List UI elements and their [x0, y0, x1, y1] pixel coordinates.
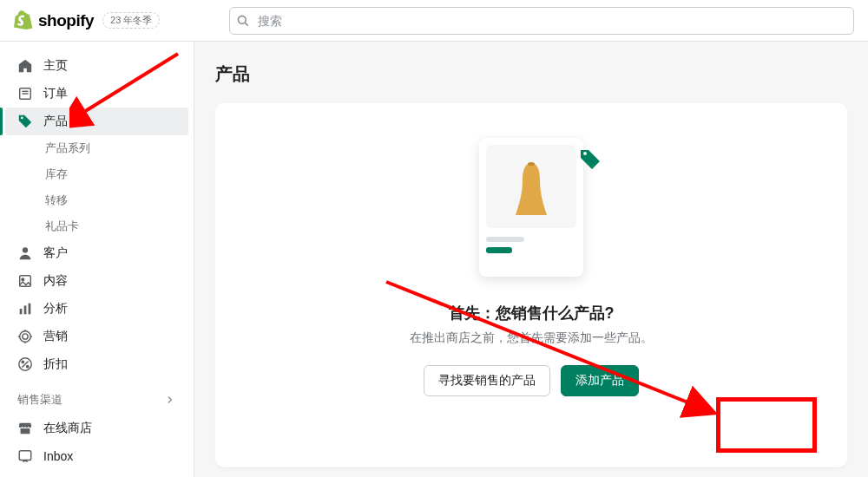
sidebar-channel-buy-button[interactable]: Buy Button [5, 470, 188, 477]
store-icon [17, 421, 33, 436]
sidebar-item-products[interactable]: 产品 [5, 108, 188, 135]
inbox-icon [17, 448, 33, 464]
analytics-icon [17, 301, 33, 317]
sidebar-sub-giftcards[interactable]: 礼品卡 [5, 213, 188, 239]
svg-point-15 [22, 361, 23, 363]
svg-rect-9 [24, 305, 27, 314]
brand-name: shopify [38, 11, 94, 30]
sidebar-item-home[interactable]: 主页 [5, 52, 188, 80]
sidebar-item-label: 产品 [43, 114, 68, 129]
person-icon [17, 245, 33, 261]
search-input[interactable] [229, 7, 854, 35]
add-product-button[interactable]: 添加产品 [561, 365, 639, 396]
season-pill: 23 年冬季 [102, 12, 160, 29]
sidebar-item-label: 主页 [43, 58, 68, 74]
search-wrap [229, 7, 854, 35]
sidebar-sub-transfers[interactable]: 转移 [5, 187, 188, 213]
empty-state-heading: 首先：您销售什么产品? [250, 303, 812, 323]
price-tag-icon [579, 148, 602, 171]
content-icon [17, 273, 33, 289]
sidebar-item-orders[interactable]: 订单 [5, 80, 188, 108]
sidebar: 主页 订单 产品 产品系列 库存 转移 礼品卡 客户 [0, 42, 194, 477]
home-icon [17, 58, 33, 74]
sidebar-channel-online-store[interactable]: 在线商店 [5, 415, 188, 442]
sidebar-item-content[interactable]: 内容 [5, 267, 188, 295]
svg-line-1 [245, 23, 247, 25]
empty-state-subtext: 在推出商店之前，您首先需要添加一些产品。 [250, 330, 812, 346]
svg-point-12 [23, 334, 28, 339]
svg-point-20 [528, 162, 535, 166]
svg-point-7 [22, 278, 24, 281]
sidebar-item-label: Inbox [43, 449, 73, 463]
page-title: 产品 [215, 62, 847, 86]
sidebar-item-label: 分析 [43, 301, 68, 317]
sidebar-sub-collections[interactable]: 产品系列 [5, 135, 188, 161]
sidebar-item-label: 客户 [43, 245, 68, 261]
svg-point-16 [27, 366, 29, 368]
orders-icon [17, 86, 33, 101]
empty-state-illustration [466, 138, 596, 285]
discount-icon [17, 356, 33, 372]
find-products-button[interactable]: 寻找要销售的产品 [424, 365, 550, 396]
empty-state-actions: 寻找要销售的产品 添加产品 [250, 365, 812, 396]
svg-point-11 [20, 331, 31, 343]
svg-rect-8 [20, 309, 23, 314]
chevron-right-icon [164, 394, 176, 406]
sidebar-item-label: 订单 [43, 86, 68, 101]
sidebar-channel-inbox[interactable]: Inbox [5, 442, 188, 470]
sidebar-item-analytics[interactable]: 分析 [5, 295, 188, 323]
svg-point-5 [23, 247, 28, 252]
sidebar-item-marketing[interactable]: 营销 [5, 323, 188, 350]
brand-area[interactable]: shopify 23 年冬季 [14, 10, 219, 31]
sidebar-item-customers[interactable]: 客户 [5, 239, 188, 267]
sidebar-item-label: 在线商店 [43, 421, 92, 436]
sidebar-item-label: 营销 [43, 329, 68, 344]
svg-rect-17 [19, 451, 31, 461]
sidebar-section-channels[interactable]: 销售渠道 [5, 387, 188, 413]
sidebar-item-discounts[interactable]: 折扣 [5, 350, 188, 378]
target-icon [17, 329, 33, 344]
svg-rect-10 [29, 304, 31, 315]
sidebar-item-label: 内容 [43, 273, 68, 289]
tag-icon [17, 114, 33, 129]
search-icon [236, 14, 250, 28]
shopify-logo-icon [14, 10, 33, 31]
svg-point-0 [238, 16, 246, 23]
sidebar-item-label: 折扣 [43, 356, 68, 372]
top-header: shopify 23 年冬季 [0, 0, 868, 42]
sidebar-sub-inventory[interactable]: 库存 [5, 161, 188, 187]
main-content: 产品 首先：您销售什么产品? 在推出商店之 [194, 42, 868, 477]
empty-state-card: 首先：您销售什么产品? 在推出商店之前，您首先需要添加一些产品。 寻找要销售的产… [215, 103, 847, 467]
